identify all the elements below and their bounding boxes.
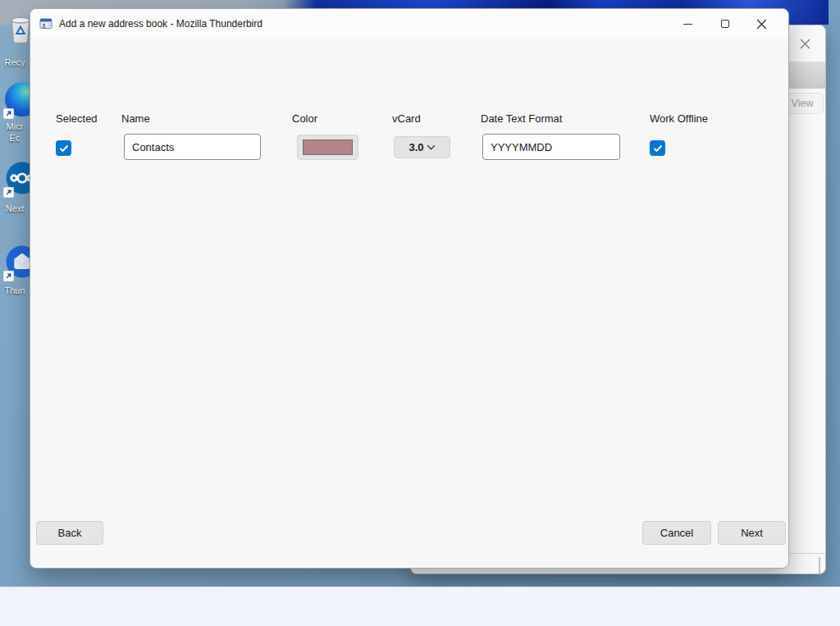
- add-address-book-dialog: Add a new address book - Mozilla Thunder…: [30, 8, 789, 569]
- vcard-select[interactable]: 3.0: [394, 136, 450, 158]
- color-label: Color: [292, 112, 317, 125]
- selected-checkbox[interactable]: [56, 140, 71, 156]
- desktop-icon-label: Recy: [0, 57, 30, 67]
- dialog-titlebar: Add a new address book - Mozilla Thunder…: [30, 9, 788, 39]
- checkmark-icon: [59, 144, 69, 153]
- name-label: Name: [121, 112, 150, 125]
- maximize-icon: [721, 20, 729, 28]
- close-button[interactable]: [743, 9, 780, 39]
- date-format-label: Date Text Format: [481, 112, 562, 125]
- shortcut-arrow-icon: [3, 270, 14, 281]
- cancel-button[interactable]: Cancel: [642, 521, 711, 545]
- desktop-icon-label: Next: [0, 203, 30, 213]
- vcard-selected-value: 3.0: [409, 141, 423, 153]
- address-book-dialog-icon: [39, 17, 52, 30]
- back-button[interactable]: Back: [36, 521, 103, 545]
- shortcut-arrow-icon: [3, 107, 14, 118]
- name-input[interactable]: [124, 134, 261, 160]
- color-swatch: [303, 139, 353, 155]
- selected-label: Selected: [56, 112, 98, 125]
- shortcut-arrow-icon: [3, 186, 14, 197]
- taskbar: 1: [0, 587, 840, 626]
- date-format-input[interactable]: [482, 134, 620, 160]
- desktop: Recy Micr Ec Next: [0, 0, 840, 626]
- vcard-label: vCard: [392, 112, 421, 125]
- desktop-icon-label: Micr: [0, 121, 30, 131]
- background-window-scrollbar[interactable]: [819, 557, 820, 573]
- minimize-button[interactable]: [669, 9, 706, 39]
- chevron-down-icon: [427, 144, 436, 150]
- desktop-icon-label: Ec: [0, 133, 30, 143]
- checkmark-icon: [653, 144, 663, 153]
- work-offline-label: Work Offline: [650, 112, 708, 125]
- minimize-icon: [683, 24, 692, 25]
- close-icon: [756, 19, 767, 30]
- color-picker-button[interactable]: [297, 135, 358, 160]
- dialog-title: Add a new address book - Mozilla Thunder…: [59, 18, 262, 30]
- desktop-icon-label: Thun: [0, 286, 30, 295]
- background-window-close-button[interactable]: [792, 31, 817, 56]
- next-button[interactable]: Next: [718, 521, 786, 545]
- maximize-button[interactable]: [706, 9, 743, 39]
- work-offline-checkbox[interactable]: [650, 140, 665, 156]
